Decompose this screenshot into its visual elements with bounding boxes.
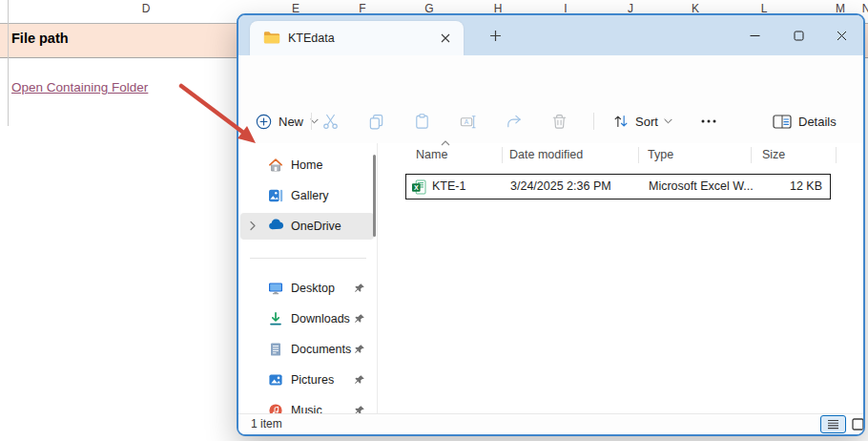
trash-icon [550,113,568,131]
excel-column-header[interactable]: D [137,2,155,15]
column-divider[interactable] [751,147,752,163]
toolbar-divider [593,113,594,130]
status-bar: 1 item [238,413,863,434]
file-size: 12 KB [745,179,822,193]
sidebar-item-desktop[interactable]: Desktop [240,275,374,302]
sidebar-scrollbar-thumb[interactable] [373,155,376,237]
sort-ascending-icon [441,140,450,146]
folder-icon [263,31,280,45]
svg-text:X: X [414,183,419,192]
file-name: KTE-1 [432,179,465,193]
pictures-icon [268,372,283,388]
toolbar-divider [311,113,312,130]
large-icons-view-icon [852,418,864,430]
sort-arrows-icon [612,113,630,130]
sidebar-item-label: Downloads [291,312,350,326]
copy-icon [367,113,385,131]
new-button[interactable]: New [250,108,324,135]
home-icon [268,158,283,173]
sort-button-label: Sort [635,115,658,129]
documents-icon [268,342,283,357]
minimize-icon [750,31,760,41]
large-icons-view-toggle[interactable] [851,417,865,431]
expand-chevron-icon[interactable] [249,220,257,231]
details-button-label: Details [798,115,837,129]
open-containing-folder-link[interactable]: Open Containing Folder [11,80,148,94]
downloads-icon [268,311,283,326]
sort-button[interactable]: Sort [609,108,676,135]
plus-circle-icon [256,114,272,130]
rename-button[interactable]: A [456,110,479,133]
pin-icon [354,374,365,386]
cut-button[interactable] [319,110,341,133]
paste-button[interactable] [410,110,433,133]
svg-text:A: A [464,117,468,124]
excel-file-icon: X [411,179,426,195]
sidebar-item-onedrive[interactable]: OneDrive [240,213,374,240]
paste-icon [413,113,431,131]
file-date-modified: 3/24/2025 2:36 PM [510,179,611,193]
sidebar-item-label: OneDrive [291,220,341,233]
tab-close-button[interactable] [435,28,456,49]
file-list: Name Date modified Type Size X KTE-1 3/2… [378,143,863,413]
cut-icon [321,113,340,131]
excel-file-path-cell: File path [11,31,69,46]
column-header-size[interactable]: Size [762,148,785,161]
column-header-date-modified[interactable]: Date modified [509,148,583,161]
screenshot-root: { "excel": { "columns": ["D", "E", "F", … [0,0,868,441]
share-icon [505,113,523,131]
sidebar-item-label: Documents [291,343,351,356]
delete-button[interactable] [548,110,570,133]
column-divider[interactable] [502,147,503,163]
sidebar-item-label: Gallery [291,189,329,202]
pin-icon [354,313,365,325]
sidebar-item-gallery[interactable]: Gallery [240,182,374,209]
explorer-content: Home Gallery OneDrive [238,143,863,413]
tab-ktedata[interactable]: KTEdata [250,21,464,55]
see-more-button[interactable] [694,110,723,133]
column-divider[interactable] [638,147,639,163]
navigation-bar: Start backup KTEdata [238,55,863,99]
sidebar-item-home[interactable]: Home [240,152,374,178]
file-type: Microsoft Excel W... [649,179,754,193]
plus-icon [489,30,502,42]
desktop-icon [268,281,283,296]
tab-strip: KTEdata [238,15,863,55]
new-button-label: New [279,115,303,129]
minimize-button[interactable] [733,15,776,55]
item-count: 1 item [251,417,282,430]
share-button[interactable] [502,110,525,133]
column-header-name[interactable]: Name [416,148,447,161]
chevron-down-icon [664,118,672,124]
sidebar-item-downloads[interactable]: Downloads [240,305,374,332]
new-tab-button[interactable] [481,24,509,49]
pin-icon [354,283,365,294]
details-view-toggle[interactable] [820,415,846,433]
maximize-button[interactable] [776,15,820,55]
column-divider[interactable] [836,147,837,163]
sidebar-item-label: Pictures [291,373,334,387]
column-header-type[interactable]: Type [648,148,673,161]
close-icon [441,33,450,43]
excel-gridline [8,0,9,126]
sidebar-divider [250,258,366,259]
tab-title: KTEdata [288,32,335,45]
sidebar-item-pictures[interactable]: Pictures [240,367,374,393]
gallery-icon [268,188,283,203]
file-explorer-window: KTEdata [237,13,865,436]
pin-icon [354,344,365,355]
onedrive-icon [268,219,284,230]
maximize-icon [794,31,804,41]
close-window-button[interactable] [819,15,863,55]
sidebar-item-label: Desktop [291,282,335,295]
sidebar-item-label: Home [291,158,322,172]
sidebar-item-documents[interactable]: Documents [240,336,374,363]
command-toolbar: New A Sort [238,99,863,144]
rename-icon: A [459,113,477,131]
ellipsis-icon [701,119,716,123]
details-view-button[interactable]: Details [773,108,837,135]
file-row-kte-1[interactable]: X KTE-1 3/24/2025 2:36 PM Microsoft Exce… [405,174,831,200]
close-icon [837,31,847,41]
details-panel-icon [773,114,792,130]
copy-button[interactable] [364,110,387,133]
